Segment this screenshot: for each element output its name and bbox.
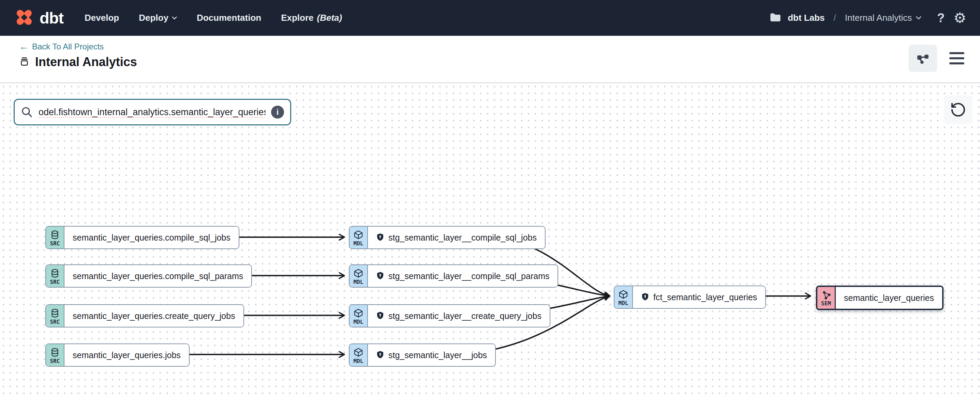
page-title: Internal Analytics xyxy=(35,55,137,69)
node-badge-label: MDL xyxy=(353,240,363,247)
database-icon xyxy=(51,230,59,239)
cube-icon xyxy=(353,230,363,239)
node-label: semantic_layer_queries.jobs xyxy=(64,344,189,366)
nav-item-label: Explore xyxy=(281,13,313,23)
node-src-create-query-jobs[interactable]: SRCsemantic_layer_queries.create_query_j… xyxy=(45,304,244,327)
node-badge-src: SRC xyxy=(46,227,64,248)
node-src-compile-sql-jobs[interactable]: SRCsemantic_layer_queries.compile_sql_jo… xyxy=(45,226,239,249)
node-label: stg_semantic_layer__jobs xyxy=(368,344,495,366)
lineage-search: i xyxy=(14,99,291,125)
back-link-label: Back To All Projects xyxy=(32,42,103,51)
node-stg-semantic-layer-jobs[interactable]: MDLstg_semantic_layer__jobs xyxy=(349,344,496,367)
dbt-logo[interactable]: dbt xyxy=(14,7,64,29)
cube-icon xyxy=(353,347,363,357)
node-label: stg_semantic_layer__compile_sql_jobs xyxy=(368,227,545,248)
node-badge-label: MDL xyxy=(353,279,363,285)
search-icon xyxy=(21,106,33,118)
cube-icon xyxy=(353,268,363,278)
nav-item-develop[interactable]: Develop xyxy=(84,13,119,23)
node-badge-mdl: MDL xyxy=(350,265,368,287)
dbt-logo-text: dbt xyxy=(40,8,64,27)
node-badge-sem: SEM xyxy=(817,287,836,309)
node-label: stg_semantic_layer__create_query_jobs xyxy=(368,305,550,327)
project-switcher[interactable]: Internal Analytics xyxy=(845,13,922,23)
info-icon[interactable]: i xyxy=(271,106,284,119)
nav-item-label: Deploy xyxy=(139,13,169,23)
node-label: semantic_layer_queries.compile_sql_param… xyxy=(64,265,251,287)
back-to-projects-link[interactable]: ← Back To All Projects xyxy=(19,42,103,51)
node-stg-semantic-layer-compile-sql-jobs[interactable]: MDLstg_semantic_layer__compile_sql_jobs xyxy=(349,226,546,249)
node-badge-label: MDL xyxy=(619,300,628,306)
node-label: fct_semantic_layer_queries xyxy=(633,286,765,308)
hamburger-icon xyxy=(949,52,964,54)
nav-item-label: Documentation xyxy=(197,13,261,23)
node-fct-semantic-layer-queries[interactable]: MDLfct_semantic_layer_queries xyxy=(614,285,766,309)
project-icon xyxy=(19,56,30,68)
node-badge-mdl: MDL xyxy=(350,344,368,366)
navbar-menu: DevelopDeployDocumentationExplore(Beta) xyxy=(84,13,342,23)
lineage-canvas[interactable]: i SRCsemantic_layer_queries.compile_sql_… xyxy=(0,82,980,398)
navbar-account-area: dbt Labs / Internal Analytics ? ⚙ xyxy=(770,11,966,25)
node-badge-mdl: MDL xyxy=(614,286,633,308)
nav-item-documentation[interactable]: Documentation xyxy=(197,13,261,23)
node-badge-src: SRC xyxy=(46,265,64,287)
node-label: semantic_layer_queries.compile_sql_jobs xyxy=(64,227,239,248)
project-switcher-label: Internal Analytics xyxy=(845,13,912,23)
shield-icon xyxy=(376,271,384,281)
rotate-ccw-icon xyxy=(950,101,966,118)
search-input[interactable] xyxy=(38,107,266,117)
shield-icon xyxy=(376,233,384,242)
node-badge-label: SRC xyxy=(50,279,60,285)
database-icon xyxy=(51,268,59,278)
lineage-graph-icon xyxy=(916,52,929,64)
chevron-down-icon xyxy=(172,16,177,20)
database-icon xyxy=(51,347,59,357)
node-badge-src: SRC xyxy=(46,305,64,327)
node-badge-label: MDL xyxy=(353,319,363,325)
cube-icon xyxy=(353,308,363,318)
reset-view-button[interactable] xyxy=(944,95,972,124)
shield-icon xyxy=(376,350,384,360)
dbt-logo-icon xyxy=(14,7,35,29)
back-arrow-icon: ← xyxy=(19,42,29,51)
lineage-view-button[interactable] xyxy=(908,44,937,72)
folder-icon xyxy=(770,13,781,23)
nav-item-label: Develop xyxy=(84,13,119,23)
node-stg-semantic-layer-create-query-jobs[interactable]: MDLstg_semantic_layer__create_query_jobs xyxy=(349,304,550,327)
menu-button[interactable] xyxy=(947,50,966,67)
nav-item-explore[interactable]: Explore(Beta) xyxy=(281,13,342,23)
node-badge-label: SRC xyxy=(50,240,60,247)
shield-icon xyxy=(641,293,649,301)
node-badge-label: MDL xyxy=(353,358,363,364)
database-icon xyxy=(51,308,59,318)
account-name[interactable]: dbt Labs xyxy=(788,13,824,23)
breadcrumb-separator: / xyxy=(834,13,836,23)
node-label: semantic_layer_queries xyxy=(836,287,942,309)
node-badge-mdl: MDL xyxy=(350,305,368,327)
node-label: stg_semantic_layer__compile_sql_params xyxy=(368,265,557,287)
cube-icon xyxy=(619,290,628,299)
node-badge-src: SRC xyxy=(46,344,64,366)
node-badge-label: SRC xyxy=(50,358,60,364)
node-badge-label: SEM xyxy=(821,300,831,307)
chevron-down-icon xyxy=(916,16,921,20)
gear-icon[interactable]: ⚙ xyxy=(953,11,966,25)
top-navbar: dbt DevelopDeployDocumentationExplore(Be… xyxy=(0,0,980,36)
node-stg-semantic-layer-compile-sql-params[interactable]: MDLstg_semantic_layer__compile_sql_param… xyxy=(349,265,558,288)
node-semantic-layer-queries[interactable]: SEMsemantic_layer_queries xyxy=(816,285,943,310)
nav-item-suffix: (Beta) xyxy=(317,13,342,23)
shield-icon xyxy=(376,311,384,320)
node-src-compile-sql-params[interactable]: SRCsemantic_layer_queries.compile_sql_pa… xyxy=(45,265,252,288)
page-header: ← Back To All Projects Internal Analytic… xyxy=(0,36,980,82)
node-src-jobs[interactable]: SRCsemantic_layer_queries.jobs xyxy=(45,344,189,367)
node-badge-mdl: MDL xyxy=(350,227,368,248)
semantic-layer-icon xyxy=(822,291,830,300)
node-badge-label: SRC xyxy=(50,319,60,325)
help-icon[interactable]: ? xyxy=(937,11,945,25)
nav-item-deploy[interactable]: Deploy xyxy=(139,13,177,23)
node-label: semantic_layer_queries.create_query_jobs xyxy=(64,305,243,327)
